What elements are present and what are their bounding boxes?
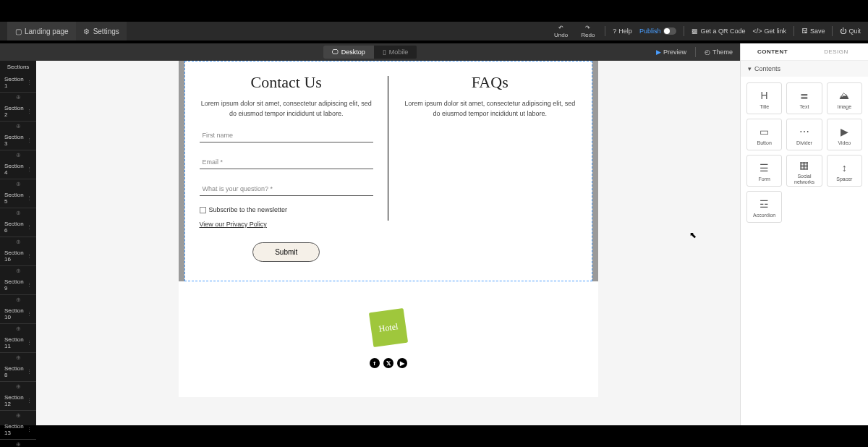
palette-icon: ◴ bbox=[705, 48, 710, 56]
save-label: Save bbox=[810, 27, 825, 35]
redo-button[interactable]: ↷ Redo bbox=[578, 25, 597, 38]
theme-label: Theme bbox=[712, 48, 733, 56]
add-section-button[interactable]: ⊕ bbox=[0, 266, 36, 276]
section-item[interactable]: Section 3⋮ bbox=[0, 131, 36, 150]
youtube-icon[interactable]: ▶ bbox=[397, 358, 407, 368]
chevron-down-icon: ▾ bbox=[748, 65, 752, 72]
question-field[interactable]: What is your question? * bbox=[200, 179, 374, 196]
section-item[interactable]: Section 9⋮ bbox=[0, 276, 36, 295]
section-item[interactable]: Section 4⋮ bbox=[0, 160, 36, 179]
tab-design[interactable]: DESIGN bbox=[804, 43, 868, 60]
form-icon: ☰ bbox=[760, 162, 769, 174]
content-tile-accordion[interactable]: ☲Accordion bbox=[746, 191, 782, 223]
section-item[interactable]: Section 2⋮ bbox=[0, 102, 36, 122]
getlink-button[interactable]: </> Get link bbox=[752, 27, 786, 35]
preview-button[interactable]: ▶ Preview bbox=[656, 48, 686, 56]
help-label: Help bbox=[618, 27, 632, 35]
first-name-field[interactable]: First name bbox=[200, 126, 374, 142]
faqs-column[interactable]: FAQs Lorem ipsum dolor sit amet, consect… bbox=[388, 61, 592, 281]
checkbox-icon[interactable] bbox=[200, 207, 206, 213]
content-tile-button[interactable]: ▭Button bbox=[746, 119, 782, 150]
help-icon: ? bbox=[613, 27, 616, 35]
section-item[interactable]: Section 8⋮ bbox=[0, 362, 36, 382]
qr-button[interactable]: ▩ Get a QR Code bbox=[692, 27, 745, 35]
facebook-icon[interactable]: f bbox=[370, 358, 380, 368]
footer-section[interactable]: Hotel f 𝕏 ▶ bbox=[179, 281, 598, 397]
redo-icon: ↷ bbox=[585, 25, 590, 31]
contents-section-header[interactable]: ▾ Contents bbox=[741, 61, 868, 77]
contact-column[interactable]: Contact Us Lorem ipsum dolor sit amet, c… bbox=[185, 61, 388, 281]
add-section-button[interactable]: ⊕ bbox=[0, 208, 36, 218]
landing-page-label: Landing page bbox=[25, 27, 69, 35]
quit-label: Quit bbox=[848, 27, 861, 35]
add-section-button[interactable]: ⊕ bbox=[0, 150, 36, 160]
content-tile-title[interactable]: HTitle bbox=[746, 82, 782, 114]
tile-label: Spacer bbox=[836, 176, 852, 182]
save-icon: 🖫 bbox=[801, 27, 808, 35]
submit-button[interactable]: Submit bbox=[252, 242, 320, 262]
add-section-button[interactable]: ⊕ bbox=[0, 382, 36, 391]
section-item[interactable]: Section 16⋮ bbox=[0, 247, 36, 266]
x-twitter-icon[interactable]: 𝕏 bbox=[383, 358, 393, 368]
divider-icon: ⋯ bbox=[799, 126, 809, 137]
add-section-button[interactable]: ⊕ bbox=[0, 179, 36, 189]
content-tile-social-networks[interactable]: ▦Social networks bbox=[786, 155, 822, 187]
add-section-button[interactable]: ⊕ bbox=[0, 237, 36, 247]
content-tile-divider[interactable]: ⋯Divider bbox=[786, 119, 822, 150]
settings-label: Settings bbox=[93, 27, 119, 35]
add-section-button[interactable]: ⊕ bbox=[0, 295, 36, 305]
save-button[interactable]: 🖫 Save bbox=[801, 27, 825, 35]
landing-page-button[interactable]: ▢ Landing page bbox=[7, 22, 76, 41]
redo-label: Redo bbox=[581, 32, 595, 38]
section-item[interactable]: Section 10⋮ bbox=[0, 305, 36, 324]
section-item[interactable]: Section 5⋮ bbox=[0, 189, 36, 208]
content-tile-video[interactable]: ▶Video bbox=[827, 119, 862, 150]
publish-toggle[interactable]: Publish bbox=[639, 27, 677, 35]
section-item[interactable]: Section 11⋮ bbox=[0, 333, 36, 353]
privacy-policy-link[interactable]: View our Privacy Policy bbox=[200, 221, 374, 228]
sections-header: Sections bbox=[0, 61, 36, 73]
title-icon: H bbox=[761, 90, 768, 101]
getlink-label: Get link bbox=[764, 27, 786, 35]
add-section-button[interactable]: ⊕ bbox=[0, 93, 36, 102]
undo-label: Undo bbox=[554, 32, 568, 38]
section-item[interactable]: Section 6⋮ bbox=[0, 218, 36, 237]
desktop-view-button[interactable]: 🖵 Desktop bbox=[323, 46, 374, 59]
content-tile-form[interactable]: ☰Form bbox=[746, 155, 782, 187]
undo-button[interactable]: ↶ Undo bbox=[551, 25, 571, 38]
section-item[interactable]: Section 13⋮ bbox=[0, 420, 36, 440]
add-section-button[interactable]: ⊕ bbox=[0, 122, 36, 131]
content-tile-image[interactable]: ⛰Image bbox=[827, 82, 862, 114]
undo-icon: ↶ bbox=[558, 25, 563, 31]
link-icon: </> bbox=[752, 27, 762, 35]
theme-button[interactable]: ◴ Theme bbox=[705, 48, 733, 56]
email-field[interactable]: Email * bbox=[200, 153, 374, 169]
editor-canvas[interactable]: Contact Us Lorem ipsum dolor sit amet, c… bbox=[36, 61, 740, 425]
add-section-button[interactable]: ⊕ bbox=[0, 324, 36, 333]
subscribe-checkbox-row[interactable]: Subscribe to the newsletter bbox=[200, 206, 374, 213]
mobile-view-button[interactable]: ▯ Mobile bbox=[374, 46, 417, 59]
content-tile-text[interactable]: ≣Text bbox=[786, 82, 822, 114]
play-icon: ▶ bbox=[656, 48, 661, 56]
quit-button[interactable]: ⏻ Quit bbox=[840, 27, 861, 35]
subscribe-label: Subscribe to the newsletter bbox=[209, 206, 288, 213]
help-button[interactable]: ? Help bbox=[613, 27, 632, 35]
add-section-button[interactable]: ⊕ bbox=[0, 411, 36, 420]
quit-icon: ⏻ bbox=[840, 27, 846, 35]
section-item[interactable]: Section 1⋮ bbox=[0, 73, 36, 93]
add-section-button[interactable]: ⊕ bbox=[0, 440, 36, 447]
tile-label: Form bbox=[758, 176, 770, 182]
tile-label: Title bbox=[760, 104, 769, 110]
content-tile-spacer[interactable]: ↕Spacer bbox=[827, 155, 862, 187]
page-icon: ▢ bbox=[14, 27, 22, 35]
tile-label: Accordion bbox=[753, 213, 775, 218]
desktop-icon: 🖵 bbox=[332, 48, 339, 56]
faqs-description: Lorem ipsum dolor sit amet, consectetur … bbox=[403, 99, 577, 119]
faqs-title: FAQs bbox=[403, 73, 577, 92]
settings-button[interactable]: ⚙ Settings bbox=[76, 22, 127, 41]
hotel-logo: Hotel bbox=[368, 308, 407, 347]
add-section-button[interactable]: ⊕ bbox=[0, 353, 36, 362]
section-item[interactable]: Section 12⋮ bbox=[0, 391, 36, 411]
tab-content[interactable]: CONTENT bbox=[741, 43, 804, 60]
toggle-switch[interactable] bbox=[663, 27, 676, 35]
